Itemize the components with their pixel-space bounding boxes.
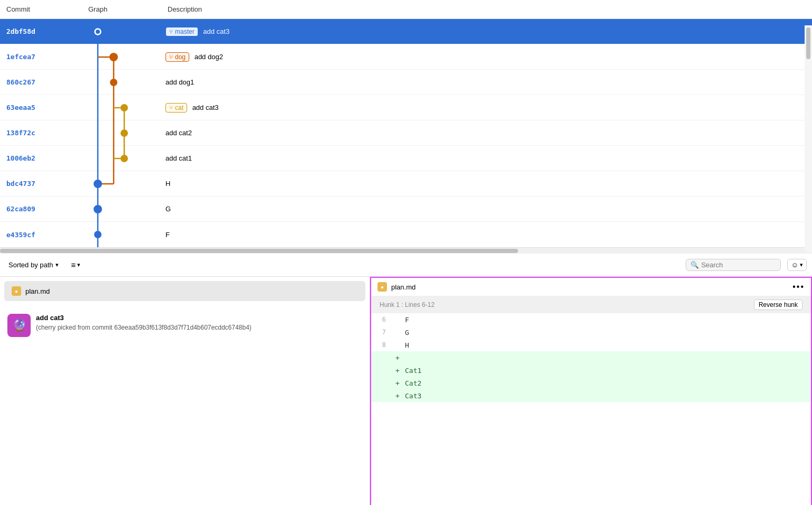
horizontal-scrollbar[interactable] bbox=[0, 247, 812, 254]
hunk-label: Hunk 1 : Lines 6-12 bbox=[380, 301, 435, 308]
line-prefix: + bbox=[392, 379, 403, 387]
branch-icon: ⑂ bbox=[169, 53, 173, 61]
commit-hash: 138f72c bbox=[0, 129, 82, 137]
commit-message-text: add cat3 (cherry picked from commit 63ee… bbox=[36, 314, 252, 331]
diff-file-dot: ● bbox=[377, 282, 387, 292]
sort-label: Sorted by path bbox=[8, 261, 53, 269]
list-chevron-icon: ▾ bbox=[77, 261, 80, 268]
commit-body: (cherry picked from commit 63eeaa59b3f61… bbox=[36, 324, 252, 331]
graph-cell bbox=[82, 19, 161, 44]
graph-cell bbox=[82, 44, 161, 70]
commit-description: H bbox=[161, 180, 812, 188]
bottom-pane: ● plan.md 🔮 add cat3 (cherry picked from… bbox=[0, 277, 812, 505]
commit-description: add cat2 bbox=[161, 129, 812, 137]
diff-line: 6 F bbox=[371, 313, 811, 326]
diff-line: 8 H bbox=[371, 339, 811, 351]
line-number: 7 bbox=[371, 329, 392, 336]
branch-badge-cat: ⑂ cat bbox=[165, 103, 187, 113]
commit-hash: bdc4737 bbox=[0, 180, 82, 188]
reverse-hunk-button[interactable]: Reverse hunk bbox=[754, 300, 802, 310]
line-text: G bbox=[403, 329, 811, 336]
graph-cell bbox=[82, 222, 161, 247]
line-prefix: + bbox=[392, 354, 403, 362]
diff-line: 7 G bbox=[371, 326, 811, 339]
line-text: Cat2 bbox=[403, 379, 811, 387]
line-text: Cat3 bbox=[403, 392, 811, 400]
commit-message-area: 🔮 add cat3 (cherry picked from commit 63… bbox=[0, 307, 370, 343]
line-prefix: + bbox=[392, 367, 403, 375]
emoji-filter-button[interactable]: ☺ ▾ bbox=[787, 259, 807, 271]
commit-description: ⑂ master add cat3 bbox=[161, 27, 812, 36]
line-text: F bbox=[403, 316, 811, 324]
commit-hash: 63eeaa5 bbox=[0, 104, 82, 111]
commit-row[interactable]: 1006eb2 add cat1 bbox=[0, 146, 812, 171]
commit-column-header: Commit bbox=[0, 3, 82, 15]
description-column-header: Description bbox=[161, 3, 812, 15]
commit-description: F bbox=[161, 231, 812, 239]
author-avatar: 🔮 bbox=[7, 314, 31, 337]
sort-by-path-button[interactable]: Sorted by path ▾ bbox=[5, 259, 62, 271]
graph-cell bbox=[82, 197, 161, 222]
sort-chevron-icon: ▾ bbox=[56, 261, 59, 268]
commit-row[interactable]: 1efcea7 ⑂ dog add dog2 bbox=[0, 44, 812, 70]
commit-row[interactable]: 860c267 add dog1 bbox=[0, 70, 812, 95]
commit-row[interactable]: 62ca809 G bbox=[0, 197, 812, 222]
line-prefix: + bbox=[392, 392, 403, 400]
commit-row[interactable]: bdc4737 H bbox=[0, 171, 812, 197]
commit-hash: e4359cf bbox=[0, 231, 82, 239]
commit-row[interactable]: 2dbf58d ⑂ master add cat3 bbox=[0, 19, 812, 44]
graph-cell bbox=[82, 146, 161, 171]
graph-cell bbox=[82, 95, 161, 120]
commit-description: ⑂ dog add dog2 bbox=[161, 52, 812, 62]
search-box[interactable]: 🔍 bbox=[686, 259, 781, 271]
commit-hash: 1efcea7 bbox=[0, 53, 82, 61]
vertical-scrollbar-thumb[interactable] bbox=[806, 27, 810, 59]
diff-line: + Cat2 bbox=[371, 377, 811, 389]
commit-title: add cat3 bbox=[36, 314, 252, 322]
diff-header: ● plan.md ••• bbox=[371, 278, 811, 296]
emoji-icon: ☺ bbox=[791, 261, 798, 269]
commit-hash: 1006eb2 bbox=[0, 154, 82, 162]
commit-row[interactable]: 138f72c add cat2 bbox=[0, 120, 812, 146]
vertical-scrollbar[interactable] bbox=[805, 25, 812, 253]
commit-hash: 2dbf58d bbox=[0, 27, 82, 35]
file-status-dot: ● bbox=[12, 286, 21, 296]
diff-line: + Cat3 bbox=[371, 389, 811, 402]
list-lines-icon: ≡ bbox=[71, 260, 76, 269]
line-text: Cat1 bbox=[403, 367, 811, 375]
hunk-header: Hunk 1 : Lines 6-12 Reverse hunk bbox=[371, 296, 811, 313]
file-list-item[interactable]: ● plan.md bbox=[4, 281, 365, 301]
commit-hash: 860c267 bbox=[0, 78, 82, 86]
line-number: 8 bbox=[371, 341, 392, 349]
commit-description: add dog1 bbox=[161, 78, 812, 86]
search-icon: 🔍 bbox=[690, 261, 699, 269]
list-view-button[interactable]: ≡ ▾ bbox=[68, 258, 84, 272]
graph-cell bbox=[82, 171, 161, 197]
commit-description: ⑂ cat add cat3 bbox=[161, 103, 812, 113]
branch-badge-master: ⑂ master bbox=[165, 27, 198, 36]
branch-icon: ⑂ bbox=[169, 104, 173, 111]
dot-char: ● bbox=[15, 288, 18, 294]
commit-description: G bbox=[161, 205, 812, 213]
graph-column-header: Graph bbox=[82, 3, 161, 15]
bottom-toolbar: Sorted by path ▾ ≡ ▾ 🔍 ☺ ▾ bbox=[0, 254, 812, 277]
diff-line: + Cat1 bbox=[371, 364, 811, 377]
graph-cell bbox=[82, 70, 161, 95]
file-list-pane: ● plan.md 🔮 add cat3 (cherry picked from… bbox=[0, 277, 370, 505]
emoji-chevron-icon: ▾ bbox=[800, 261, 803, 268]
commit-list: 2dbf58d ⑂ master add cat3 1efcea7 ⑂ dog … bbox=[0, 19, 812, 247]
commit-description: add cat1 bbox=[161, 154, 812, 162]
line-text: H bbox=[403, 341, 811, 349]
diff-line: + bbox=[371, 351, 811, 364]
diff-content: 6 F 7 G 8 H + bbox=[371, 313, 811, 505]
branch-badge-dog: ⑂ dog bbox=[165, 52, 189, 62]
commit-row[interactable]: e4359cf F bbox=[0, 222, 812, 247]
search-input[interactable] bbox=[701, 261, 770, 269]
avatar-emoji: 🔮 bbox=[12, 319, 26, 332]
commit-row[interactable]: 63eeaa5 ⑂ cat add cat3 bbox=[0, 95, 812, 120]
diff-more-button[interactable]: ••• bbox=[792, 282, 805, 292]
filename: plan.md bbox=[25, 287, 50, 295]
column-headers: Commit Graph Description bbox=[0, 0, 812, 19]
commit-hash: 62ca809 bbox=[0, 205, 82, 213]
scroll-thumb[interactable] bbox=[0, 249, 518, 253]
